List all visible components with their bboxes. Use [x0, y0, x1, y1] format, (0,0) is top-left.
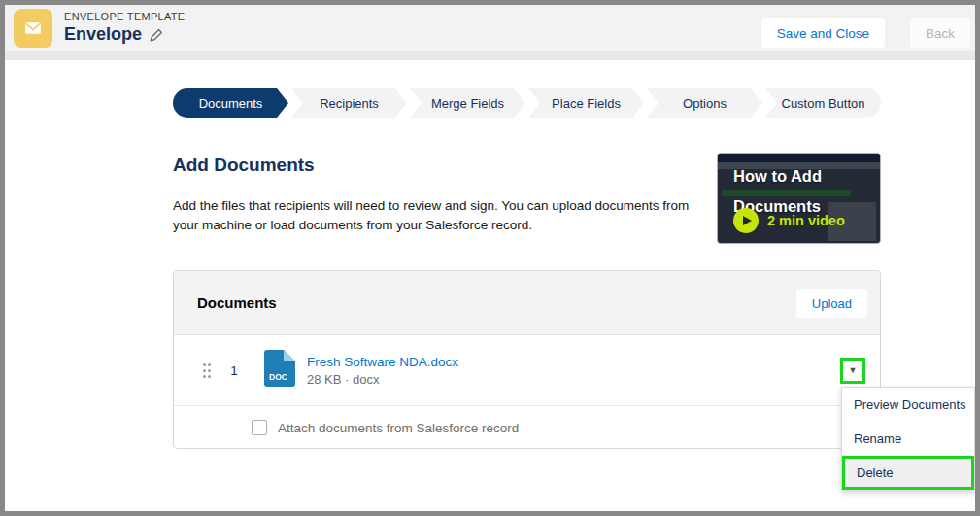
menu-item-rename[interactable]: Rename [842, 422, 974, 456]
video-duration: 2 min video [767, 213, 845, 228]
save-and-close-button[interactable]: Save and Close [761, 18, 885, 48]
path-step-options[interactable]: Options [647, 88, 762, 118]
document-order-number: 1 [228, 363, 240, 378]
edit-title-pencil-icon[interactable] [150, 28, 163, 42]
entity-eyebrow: ENVELOPE TEMPLATE [64, 11, 186, 22]
path-step-custom-button[interactable]: Custom Button [765, 88, 881, 118]
document-actions-menu: Preview Documents Rename Delete [841, 387, 975, 491]
section-description: Add the files that recipients will need … [173, 196, 715, 234]
upload-button[interactable]: Upload [796, 289, 867, 318]
drag-handle-icon[interactable] [202, 362, 212, 379]
path-step-documents[interactable]: Documents [173, 88, 288, 118]
envelope-editor-window: ENVELOPE TEMPLATE Envelope Save and Clos… [5, 5, 975, 511]
chevron-down-icon: ▼ [849, 366, 858, 375]
document-name-link[interactable]: Fresh Software NDA.docx [307, 355, 458, 369]
wizard-path: Documents Recipients Merge Fields Place … [173, 88, 881, 118]
back-button[interactable]: Back [910, 18, 970, 48]
menu-item-delete[interactable]: Delete [842, 456, 974, 490]
page-title: Envelope [64, 24, 142, 45]
attach-documents-label: Attach documents from Salesforce record [278, 421, 519, 435]
section-heading: Add Documents [173, 155, 315, 176]
attach-documents-row: Attach documents from Salesforce record [174, 406, 880, 449]
documents-card-title: Documents [197, 294, 277, 311]
documents-card-header: Documents Upload [174, 271, 880, 335]
documents-card: Documents Upload 1 DOC Fresh Soft [173, 270, 881, 449]
document-meta: 28 KB · docx [307, 372, 458, 387]
doc-file-icon: DOC [264, 350, 295, 391]
document-actions-dropdown-trigger[interactable]: ▼ [840, 358, 865, 384]
svg-text:DOC: DOC [269, 372, 287, 382]
header-titles: ENVELOPE TEMPLATE Envelope [64, 11, 186, 45]
envelope-icon [14, 9, 52, 48]
path-step-merge-fields[interactable]: Merge Fields [410, 88, 525, 118]
path-step-place-fields[interactable]: Place Fields [528, 88, 644, 118]
attach-documents-checkbox[interactable] [252, 420, 267, 435]
document-row: 1 DOC Fresh Software NDA.docx 28 KB · do… [174, 335, 880, 406]
window-frame: ENVELOPE TEMPLATE Envelope Save and Clos… [0, 0, 980, 516]
play-icon [733, 208, 759, 233]
page-header: ENVELOPE TEMPLATE Envelope Save and Clos… [5, 5, 975, 60]
how-to-video-thumbnail[interactable]: How to Add Documents 2 min video [717, 153, 881, 244]
menu-item-preview-documents[interactable]: Preview Documents [842, 388, 974, 422]
path-step-recipients[interactable]: Recipients [291, 88, 407, 118]
